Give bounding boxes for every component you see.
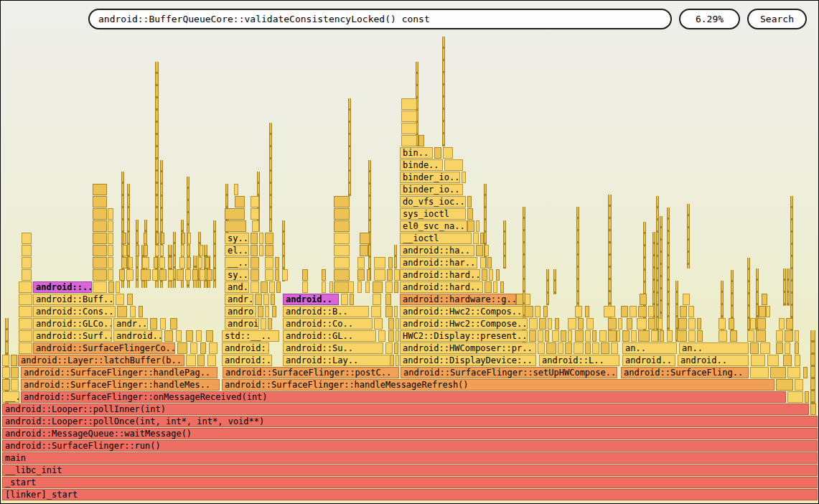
flame-frame[interactable] [334, 208, 350, 220]
flame-frame[interactable]: android::ha.. [400, 245, 474, 256]
flame-frame[interactable] [206, 330, 213, 342]
flame-frame[interactable] [261, 281, 268, 293]
flame-frame[interactable] [19, 306, 32, 317]
flame-frame[interactable] [164, 330, 173, 342]
flame-frame[interactable] [11, 367, 19, 378]
flame-frame[interactable] [489, 269, 493, 281]
flame-frame[interactable] [617, 330, 620, 342]
flame-frame[interactable]: bin.. [400, 147, 433, 159]
flame-frame[interactable] [150, 318, 157, 330]
flame-frame[interactable] [93, 269, 107, 281]
flame-frame[interactable] [200, 342, 206, 354]
flame-frame[interactable] [258, 306, 263, 317]
flame-frame[interactable] [144, 233, 147, 244]
flame-frame[interactable] [525, 306, 533, 317]
flame-frame[interactable]: android::Cons.. [33, 306, 116, 317]
flame-frame[interactable]: android:.. [222, 355, 272, 366]
flame-frame[interactable] [688, 318, 696, 330]
flame-frame[interactable] [139, 306, 143, 317]
flame-frame[interactable] [177, 269, 184, 281]
flame-frame[interactable] [618, 318, 622, 330]
flame-frame[interactable] [181, 245, 184, 256]
flame-frame[interactable] [697, 318, 701, 330]
flame-frame[interactable]: android::SurfaceFlinger::postC.. [223, 367, 399, 378]
flame-frame[interactable]: binde.. [400, 159, 443, 171]
flame-frame[interactable] [418, 135, 424, 146]
flame-frame[interactable] [152, 269, 158, 281]
flame-frame[interactable] [473, 233, 479, 244]
flame-frame[interactable] [683, 294, 690, 305]
flame-frame[interactable] [19, 294, 32, 305]
flame-frame[interactable] [373, 294, 381, 305]
flame-frame[interactable] [198, 257, 202, 269]
flame-frame[interactable] [561, 330, 566, 342]
flame-frame[interactable] [760, 342, 770, 354]
flame-frame[interactable] [22, 233, 32, 244]
flame-frame[interactable] [251, 196, 259, 207]
flame-spire[interactable] [213, 220, 216, 288]
flame-frame[interactable] [123, 245, 127, 256]
flame-frame[interactable] [401, 111, 417, 122]
flame-frame[interactable]: android::Looper::pollInner(int) [2, 403, 809, 415]
flame-spire[interactable] [553, 269, 556, 294]
flame-frame[interactable] [462, 172, 466, 183]
flame-frame[interactable] [585, 306, 589, 317]
flame-frame[interactable] [334, 233, 350, 244]
flame-frame[interactable]: std::__.. [222, 330, 279, 342]
flame-frame[interactable] [750, 367, 769, 378]
flame-frame[interactable] [108, 233, 113, 244]
flame-frame[interactable]: android::Layer::latchBuffer(b.. [18, 355, 184, 366]
flame-frame[interactable] [651, 330, 658, 342]
flame-frame[interactable] [803, 367, 808, 378]
flame-frame[interactable] [401, 135, 417, 146]
flame-frame[interactable]: android.. [622, 355, 675, 366]
flame-frame[interactable] [209, 342, 217, 354]
flame-frame[interactable] [357, 269, 365, 281]
flame-spire[interactable] [348, 98, 351, 196]
flame-frame[interactable]: android::SurfaceFlinger::handlePag.. [21, 367, 217, 378]
flame-frame[interactable] [795, 379, 803, 391]
flame-frame[interactable] [144, 245, 148, 256]
flame-frame[interactable]: android::Looper::pollOnce(int, int*, int… [2, 416, 818, 427]
flame-frame[interactable] [22, 269, 32, 281]
flame-frame[interactable] [385, 342, 393, 354]
flame-spire[interactable] [687, 204, 690, 269]
flame-frame[interactable] [638, 330, 650, 342]
flame-frame[interactable] [648, 318, 655, 330]
flame-frame[interactable]: sys_ioctl [400, 208, 466, 220]
flame-frame[interactable] [177, 342, 187, 354]
flame-frame[interactable] [795, 330, 799, 342]
flame-frame[interactable]: android::L.. [539, 355, 619, 366]
flame-frame[interactable] [108, 245, 113, 256]
flame-frame[interactable] [160, 318, 166, 330]
flame-frame[interactable] [357, 257, 365, 269]
flame-frame[interactable] [396, 355, 399, 366]
flame-frame[interactable] [385, 294, 391, 305]
flame-frame[interactable] [116, 281, 120, 293]
flame-frame[interactable]: android::Buff.. [33, 294, 114, 305]
flame-frame[interactable] [529, 330, 536, 342]
flame-frame[interactable] [599, 330, 607, 342]
flame-frame[interactable] [108, 281, 114, 293]
flame-frame[interactable]: and.. [225, 281, 249, 293]
flame-frame[interactable] [117, 306, 127, 317]
flame-frame[interactable] [608, 330, 617, 342]
flame-spire[interactable] [503, 220, 506, 269]
flame-frame[interactable] [207, 355, 216, 366]
flame-frame[interactable] [265, 245, 273, 256]
flame-frame[interactable] [2, 379, 10, 391]
flame-frame[interactable] [374, 257, 385, 269]
flame-frame[interactable] [631, 330, 637, 342]
flame-frame[interactable] [467, 208, 473, 220]
flame-frame[interactable] [622, 330, 630, 342]
flame-frame[interactable] [334, 220, 350, 232]
flame-spire[interactable] [787, 269, 790, 306]
flame-frame[interactable] [269, 281, 275, 293]
flame-frame[interactable] [360, 245, 368, 256]
flame-frame[interactable]: androi.. [225, 318, 259, 330]
flame-frame[interactable] [485, 281, 492, 293]
flame-frame[interactable] [265, 233, 273, 244]
flame-frame[interactable]: android::SurfaceFlinger::run() [2, 440, 818, 452]
flame-spire[interactable] [442, 37, 445, 146]
flame-frame[interactable] [2, 355, 9, 366]
